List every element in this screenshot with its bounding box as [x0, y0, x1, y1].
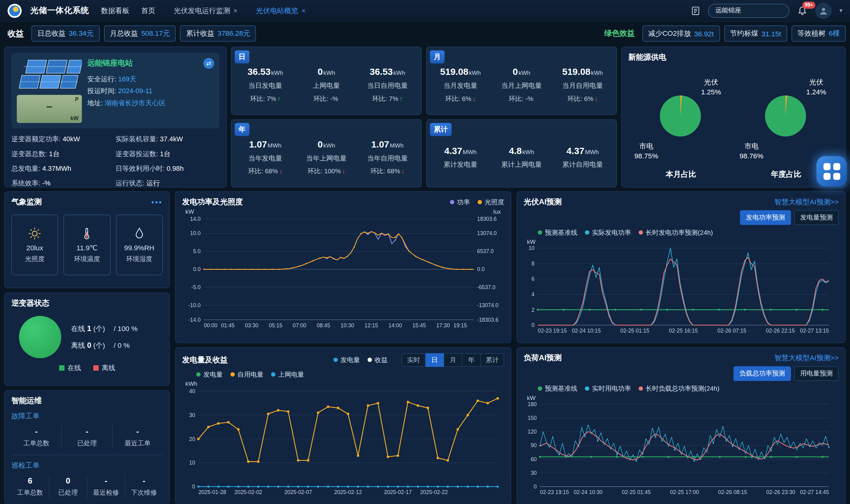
svg-text:0: 0 — [532, 322, 535, 328]
svg-text:60: 60 — [531, 456, 537, 462]
svg-text:02-24 10:15: 02-24 10:15 — [572, 328, 601, 334]
svg-text:120: 120 — [528, 429, 536, 435]
quick-menu-button[interactable] — [816, 156, 847, 187]
notification-bell-icon[interactable]: 99+ — [797, 5, 808, 16]
tab-pv-operation-monitor[interactable]: 光伏发电运行监测 × — [174, 5, 237, 15]
card-badge-year: 年 — [235, 123, 249, 136]
new-energy-supply-panel: 新能源供电 光伏1.25% 市电98.75% 本月占比 光伏1.24% 市电98… — [621, 47, 846, 187]
detail-row: 逆变器总数: 1台 — [12, 150, 116, 159]
load-power-forecast-button[interactable]: 负载总功率预测 — [733, 366, 791, 381]
panel-title: 发电功率及光照度 — [182, 197, 243, 207]
panel-title: 智能运维 — [12, 396, 163, 406]
pie-block-month: 光伏1.25% 市电98.75% 本月占比 — [632, 76, 730, 183]
power-forecast-button[interactable]: 发电功率预测 — [740, 210, 791, 225]
illuminance-box: 20lux 光照度 — [12, 215, 58, 275]
card-badge-month: 月 — [430, 50, 445, 64]
close-icon[interactable]: × — [301, 6, 305, 15]
legend-generation[interactable]: 发电量 — [196, 370, 223, 379]
svg-text:0.0: 0.0 — [193, 266, 201, 272]
svg-text:20: 20 — [189, 436, 195, 442]
tab-year[interactable]: 年 — [462, 354, 481, 367]
svg-text:02-27 14:45: 02-27 14:45 — [800, 489, 829, 495]
legend-revenue-toggle[interactable]: 收益 — [368, 356, 388, 365]
ai-model-link[interactable]: 智慧大模型AI预测>> — [775, 197, 839, 207]
svg-text:-18303.6: -18303.6 — [477, 317, 499, 323]
tab-realtime[interactable]: 实时 — [402, 354, 426, 367]
detail-row: 运行状态: 运行 — [116, 179, 220, 188]
legend-irradiance[interactable]: 光照度 — [478, 198, 504, 207]
svg-text:2025-02-02: 2025-02-02 — [234, 489, 262, 495]
legend-realtime-load[interactable]: 实时用电功率 — [585, 384, 631, 393]
legend-24h-load-forecast[interactable]: 长时负载总功率预测(24h) — [639, 384, 720, 393]
svg-text:0.0: 0.0 — [477, 266, 485, 272]
detail-row: 总发电量: 4.37MWh — [12, 164, 116, 174]
legend-offline[interactable]: 离线 — [93, 364, 115, 373]
legend-forecast-baseline[interactable]: 预测基准线 — [538, 384, 577, 393]
svg-text:07:00: 07:00 — [293, 322, 306, 328]
legend-grid-export[interactable]: 上网电量 — [271, 370, 304, 379]
trend-down-icon: ↓ — [401, 167, 404, 175]
patrol-stat: -下次维修 — [125, 475, 162, 499]
chevron-down-icon[interactable]: ▾ — [839, 7, 843, 14]
legend-self-use[interactable]: 自用电量 — [231, 370, 263, 379]
svg-text:03:30: 03:30 — [245, 322, 259, 328]
refresh-icon[interactable]: ⇄ — [203, 58, 214, 69]
energy-forecast-button[interactable]: 发电量预测 — [794, 210, 838, 225]
report-icon[interactable] — [691, 5, 701, 15]
offline-stat: 离线 0 (个)/ 0 % — [71, 337, 138, 354]
svg-text:02-25 01:15: 02-25 01:15 — [620, 328, 649, 334]
legend-online[interactable]: 在线 — [59, 364, 81, 373]
pv-share-label: 光伏1.24% — [806, 78, 826, 97]
patrol-stat: 0已处理 — [49, 475, 87, 499]
svg-text:-5.0: -5.0 — [191, 284, 201, 290]
monthly-stats-card: 月 519.08kWh 当月发电量 环比: 6%↓ 0kWh 当月上网电量 环比… — [426, 47, 617, 115]
station-details: 逆变器额定功率: 40kW 实际装机容量: 37.4kW 逆变器总数: 1台 逆… — [12, 135, 220, 188]
legend-generation-toggle[interactable]: 发电量 — [333, 356, 360, 365]
svg-text:2025-02-17: 2025-02-17 — [384, 489, 412, 495]
coal-saving-pill: 节约标煤31.15t — [724, 25, 787, 42]
svg-text:02-26 07:15: 02-26 07:15 — [718, 328, 746, 334]
legend-forecast-baseline[interactable]: 预测基准线 — [538, 228, 577, 237]
online-stat: 在线 1 (个)/ 100 % — [71, 321, 138, 337]
grid-share-label: 市电98.76% — [739, 141, 763, 161]
tab-total[interactable]: 累计 — [481, 354, 504, 367]
metric-yearly-self-use: 1.07MWh 当年自用电量 环比: 68%↓ — [357, 139, 418, 176]
more-icon[interactable]: ••• — [151, 198, 162, 206]
y-axis-unit: kW — [524, 393, 839, 401]
yearly-stats-card: 年 1.07MWh 当年发电量 环比: 68%↓ 0kWh 当年上网电量 环比:… — [231, 119, 422, 187]
tab-month[interactable]: 月 — [444, 354, 462, 367]
pv-share-label: 光伏1.25% — [701, 78, 721, 97]
nav-item-home[interactable]: 首页 — [141, 5, 155, 15]
smart-om-panel: 智能运维 故障工单 -工单总数 -已处理 -最近工单 巡检工单 6工单总数 0已… — [4, 390, 170, 504]
fault-orders-title: 故障工单 — [12, 411, 163, 421]
svg-text:6537.0: 6537.0 — [477, 248, 494, 254]
generation-revenue-chart: 0102030402025-01-282025-02-022025-02-072… — [182, 387, 505, 498]
svg-text:02-24 10:30: 02-24 10:30 — [573, 489, 602, 495]
svg-text:-14.0: -14.0 — [188, 317, 201, 323]
svg-text:2025-02-07: 2025-02-07 — [284, 489, 312, 495]
svg-text:40: 40 — [189, 388, 195, 394]
revenue-section-title: 收益 — [7, 29, 24, 39]
svg-text:15:45: 15:45 — [412, 322, 426, 328]
trend-down-icon: ↓ — [472, 95, 475, 102]
nav-item-data-board[interactable]: 数据看板 — [101, 5, 129, 15]
legend-power[interactable]: 功率 — [450, 198, 470, 207]
metric-total-generation: 4.37MWh 累计发电量 — [430, 146, 491, 169]
avatar[interactable] — [815, 2, 832, 19]
close-icon[interactable]: × — [233, 6, 237, 15]
tab-pv-station-overview[interactable]: 光伏电站概览 × — [256, 5, 306, 15]
detail-row: 实际装机容量: 37.4kW — [116, 135, 220, 144]
panel-title: 光伏AI预测 — [524, 197, 562, 207]
search-input[interactable] — [708, 3, 790, 17]
legend-24h-forecast[interactable]: 长时发电功率预测(24h) — [639, 228, 713, 237]
metric-total-self-use: 4.37MWh 累计自用电量 — [552, 146, 613, 169]
svg-text:180: 180 — [528, 401, 536, 408]
consumption-forecast-button[interactable]: 用电量预测 — [794, 366, 838, 381]
tab-day[interactable]: 日 — [426, 354, 444, 367]
trend-down-icon: ↓ — [342, 167, 345, 175]
legend-actual-power[interactable]: 实际发电功率 — [585, 228, 631, 237]
svg-text:02-25 17:00: 02-25 17:00 — [670, 489, 699, 495]
svg-text:17:30: 17:30 — [436, 322, 450, 328]
svg-text:02-26 23:30: 02-26 23:30 — [766, 489, 795, 495]
ai-model-link[interactable]: 智慧大模型AI预测>> — [775, 354, 839, 363]
